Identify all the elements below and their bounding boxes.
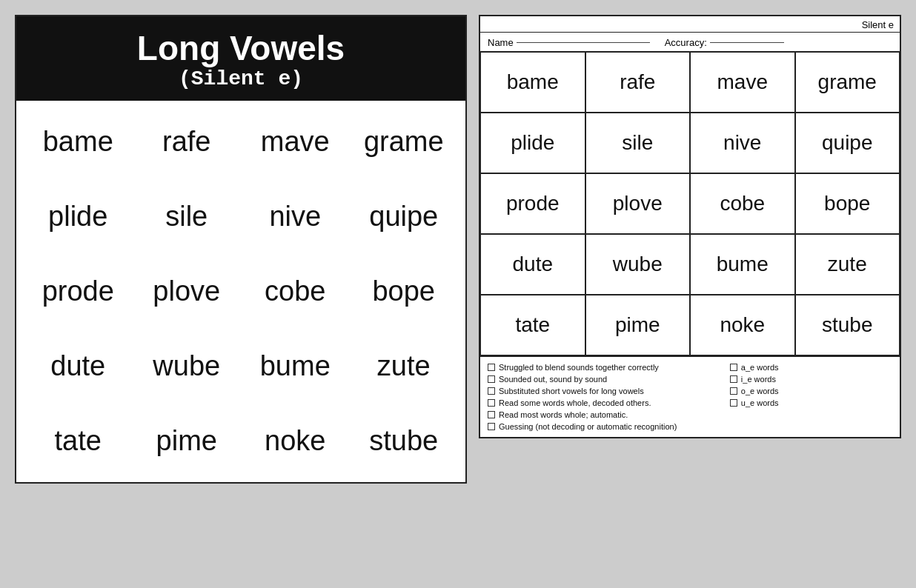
checkbox-icon	[488, 364, 495, 371]
right-words-table: bamerafemavegrameplidesilenivequipeprode…	[480, 52, 900, 355]
left-header: Long Vowels (Silent e)	[16, 16, 465, 101]
checklist-label: Read some words whole, decoded others.	[499, 398, 651, 407]
checkbox-icon	[730, 399, 737, 407]
checklist-label: Substituted short vowels for long vowels	[499, 387, 644, 395]
checklist-right: a_e wordsi_e wordso_e wordsu_e words	[730, 363, 892, 431]
left-word-item: cobe	[241, 265, 350, 318]
checkbox-icon	[488, 411, 495, 418]
accuracy-label: Accuracy:	[665, 37, 707, 48]
checkbox-icon	[730, 387, 737, 395]
left-word-item: pime	[133, 415, 242, 467]
checklist-right-item: o_e words	[730, 387, 892, 395]
checklist-right-item: a_e words	[730, 363, 892, 372]
right-word-cell: wube	[585, 234, 691, 295]
checklist-left: Struggled to blend sounds together corre…	[488, 363, 715, 431]
left-word-item: bame	[24, 116, 133, 168]
left-word-item: wube	[133, 340, 242, 392]
checklist-left-item: Read some words whole, decoded others.	[488, 398, 715, 407]
checklist-label: Read most words whole; automatic.	[499, 410, 628, 419]
right-word-cell: pime	[585, 295, 691, 355]
right-word-cell: plove	[585, 173, 691, 234]
right-word-cell: bume	[690, 234, 795, 295]
right-top-label: Silent e	[480, 16, 900, 33]
left-word-item: grame	[350, 116, 459, 168]
right-word-cell: noke	[690, 295, 795, 355]
checklist-right-item: u_e words	[730, 398, 892, 407]
left-word-item: rafe	[133, 116, 242, 168]
checkbox-icon	[488, 387, 495, 395]
checklist-label: Struggled to blend sounds together corre…	[499, 363, 659, 372]
right-word-cell: bope	[795, 173, 900, 234]
checkbox-icon	[488, 399, 495, 407]
left-word-item: plide	[24, 190, 133, 243]
right-word-cell: sile	[585, 113, 691, 173]
accuracy-underline	[710, 42, 784, 43]
right-word-cell: mave	[690, 52, 795, 113]
accuracy-field: Accuracy:	[665, 37, 784, 48]
checkbox-icon	[730, 364, 737, 371]
right-word-cell: grame	[795, 52, 900, 113]
checklist-left-item: Read most words whole; automatic.	[488, 410, 715, 419]
left-word-item: bope	[350, 265, 459, 318]
right-word-cell: stube	[795, 295, 900, 355]
left-word-item: quipe	[350, 190, 459, 243]
right-panel: Silent e Name Accuracy: bamerafemavegram…	[479, 15, 901, 438]
checklist-label: i_e words	[741, 375, 776, 384]
name-underline	[517, 42, 650, 43]
right-word-cell: nive	[690, 113, 795, 173]
right-word-cell: rafe	[585, 52, 691, 113]
right-word-cell: dute	[480, 234, 585, 295]
page: Long Vowels (Silent e) bamerafemavegrame…	[0, 0, 916, 588]
right-word-cell: bame	[480, 52, 585, 113]
checkbox-icon	[488, 375, 495, 383]
left-word-item: prode	[24, 265, 133, 318]
left-words-grid: bamerafemavegrameplidesilenivequipeprode…	[16, 101, 465, 482]
checklist-label: u_e words	[741, 398, 779, 407]
checklist-label: Sounded out, sound by sound	[499, 375, 607, 384]
right-word-cell: cobe	[690, 173, 795, 234]
checklist-label: Guessing (not decoding or automatic reco…	[499, 422, 677, 431]
left-word-item: nive	[241, 190, 350, 243]
checklist-left-item: Guessing (not decoding or automatic reco…	[488, 422, 715, 431]
checklist-label: a_e words	[741, 363, 779, 372]
checkbox-icon	[488, 423, 495, 430]
left-title-main: Long Vowels	[24, 30, 458, 67]
right-word-cell: zute	[795, 234, 900, 295]
left-word-item: tate	[24, 415, 133, 467]
left-word-item: mave	[241, 116, 350, 168]
checklist-left-item: Substituted short vowels for long vowels	[488, 387, 715, 395]
checklist-area: Struggled to blend sounds together corre…	[480, 355, 900, 437]
checklist-right-item: i_e words	[730, 375, 892, 384]
left-word-item: stube	[350, 415, 459, 467]
left-word-item: zute	[350, 340, 459, 392]
left-title-sub: (Silent e)	[24, 67, 458, 90]
left-word-item: noke	[241, 415, 350, 467]
right-word-cell: prode	[480, 173, 585, 234]
right-name-row: Name Accuracy:	[480, 33, 900, 52]
right-word-cell: tate	[480, 295, 585, 355]
left-word-item: plove	[133, 265, 242, 318]
left-word-item: bume	[241, 340, 350, 392]
checklist-left-item: Sounded out, sound by sound	[488, 375, 715, 384]
checkbox-icon	[730, 375, 737, 383]
left-word-item: sile	[133, 190, 242, 243]
name-label: Name	[488, 37, 514, 48]
left-panel: Long Vowels (Silent e) bamerafemavegrame…	[15, 15, 467, 484]
checklist-left-item: Struggled to blend sounds together corre…	[488, 363, 715, 372]
right-word-cell: plide	[480, 113, 585, 173]
checklist-label: o_e words	[741, 387, 779, 395]
right-word-cell: quipe	[795, 113, 900, 173]
left-word-item: dute	[24, 340, 133, 392]
name-field: Name	[488, 37, 650, 48]
